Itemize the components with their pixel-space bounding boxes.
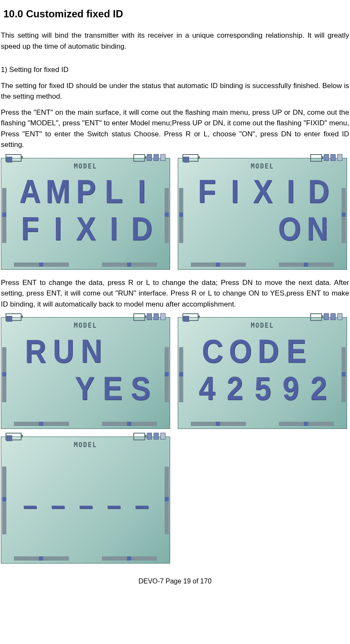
lcd-line-2: ON	[182, 213, 342, 246]
lcd-screenshot-ampli-fixid: MODEL AMPLI FIXID	[1, 158, 170, 270]
lcd-title: MODEL	[6, 321, 165, 331]
step-1-paragraph-2: Press the "ENT" on the main surface, it …	[0, 107, 350, 150]
screenshot-row-2: MODEL RUN YES MODEL CODE 42592	[0, 317, 350, 429]
lcd-title: MODEL	[182, 162, 342, 171]
step-1-paragraph-1: The setting for fixed ID should be under…	[0, 80, 350, 102]
lcd-screenshot-code-42592: MODEL CODE 42592	[178, 317, 347, 429]
section-heading: 10.0 Customized fixed ID	[0, 6, 350, 22]
intro-paragraph: This setting will bind the transmitter w…	[0, 30, 350, 52]
lcd-line-2: FIXID	[6, 213, 165, 246]
lcd-line-2: YES	[6, 372, 165, 405]
lcd-line-2: 42592	[182, 372, 342, 405]
lcd-line-1: .	[6, 454, 165, 487]
page-footer: DEVO-7 Page 19 of 170	[0, 576, 350, 586]
lcd-line-1: RUN	[6, 335, 165, 368]
lcd-title: MODEL	[182, 321, 342, 331]
lcd-screenshot-run-yes: MODEL RUN YES	[1, 317, 170, 429]
lcd-line-1: FIXID	[182, 175, 342, 208]
lcd-line-1: AMPLI	[6, 175, 165, 208]
lcd-screenshot-fixid-on: MODEL FIXID ON	[178, 158, 347, 270]
lcd-line-2: –––––	[6, 492, 165, 525]
lcd-title: MODEL	[6, 162, 165, 171]
screenshot-row-1: MODEL AMPLI FIXID MODEL FIXID ON	[0, 158, 350, 270]
lcd-screenshot-dashes: MODEL . –––––	[1, 437, 170, 564]
step-1-label: 1) Setting for fixed ID	[0, 64, 350, 75]
paragraph-2: Press ENT to change the data, press R or…	[0, 277, 350, 310]
lcd-title: MODEL	[6, 440, 165, 450]
screenshot-row-3: MODEL . –––––	[0, 437, 350, 564]
lcd-line-1: CODE	[182, 335, 342, 368]
